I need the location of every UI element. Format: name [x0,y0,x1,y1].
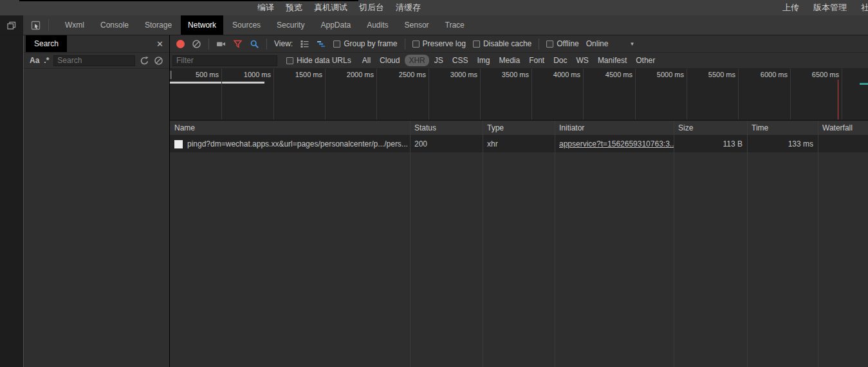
filter-input[interactable] [172,55,277,66]
network-panel: View: Group by frame [169,35,868,367]
menu-compile[interactable]: 编译 [257,2,274,13]
menu-version-management[interactable]: 版本管理 [813,2,847,13]
filter-type-img[interactable]: Img [473,55,494,66]
column-header-name[interactable]: Name [170,123,410,132]
filter-type-all[interactable]: All [358,55,374,66]
offline-label: Offline [557,39,578,48]
screenshot-camera-icon[interactable] [216,39,226,49]
request-overview-bar [860,83,868,85]
column-separator[interactable] [674,121,674,367]
timeline-tick-label: 6500 ms [800,71,839,78]
column-header-status[interactable]: Status [410,123,483,132]
column-header-time[interactable]: Time [747,123,818,132]
match-case-toggle[interactable]: Aa [30,56,39,65]
menu-real-device-debug[interactable]: 真机调试 [314,2,347,13]
tab-appdata[interactable]: AppData [313,15,358,35]
tab-sensor[interactable]: Sensor [398,15,436,35]
refresh-icon[interactable] [140,56,149,66]
record-button[interactable] [176,40,185,48]
checkbox-box[interactable] [333,40,340,48]
overview-window-bar[interactable] [170,82,264,84]
overview-handle[interactable] [170,71,172,79]
regex-toggle[interactable]: .* [44,56,49,65]
devtools-tabs: WxmlConsoleStorageNetworkSourcesSecurity… [58,15,474,35]
left-sidebar [0,35,23,367]
tab-sources[interactable]: Sources [225,15,268,35]
filter-type-js[interactable]: JS [430,55,447,66]
timeline-gridline [687,69,687,120]
menu-clear-cache[interactable]: 清缓存 [396,2,421,13]
search-tab[interactable]: Search [26,35,67,52]
filter-type-media[interactable]: Media [495,55,524,66]
clear-icon[interactable] [154,56,163,66]
column-header-size[interactable]: Size [674,123,747,132]
group-by-frame-label: Group by frame [344,39,397,48]
initiator-link[interactable]: appservice?t=1562659310763:3... [559,139,674,148]
clear-requests-icon[interactable] [192,39,201,49]
chevron-down-icon[interactable]: ▼ [629,41,634,47]
filter-funnel-icon[interactable] [233,39,243,49]
preserve-log-checkbox[interactable]: Preserve log [412,39,466,48]
network-overview[interactable]: 500 ms1000 ms1500 ms2000 ms2500 ms3000 m… [170,69,868,121]
device-toolbar-area [0,15,23,35]
column-header-waterfall[interactable]: Waterfall [818,123,868,132]
checkbox-box[interactable] [412,40,420,48]
tab-trace[interactable]: Trace [438,15,472,35]
search-icon[interactable] [250,39,259,49]
timeline-tick-label: 6000 ms [749,71,788,78]
filter-type-css[interactable]: CSS [448,55,472,66]
search-input[interactable] [53,55,135,66]
filter-type-font[interactable]: Font [525,55,548,66]
filter-type-other[interactable]: Other [632,55,659,66]
inspect-element-icon[interactable] [31,21,41,30]
throttling-select[interactable]: Online [586,39,609,48]
timeline-gridline [325,69,326,120]
filter-type-ws[interactable]: WS [573,55,593,66]
tab-wxml[interactable]: Wxml [58,15,91,35]
network-filter-bar: Hide data URLs AllCloudXHRJSCSSImgMediaF… [170,53,868,69]
offline-checkbox[interactable]: Offline [546,39,578,48]
tab-storage[interactable]: Storage [138,15,179,35]
disable-cache-checkbox[interactable]: Disable cache [473,39,531,48]
column-header-type[interactable]: Type [483,123,555,132]
tab-security[interactable]: Security [270,15,311,35]
filter-type-cloud[interactable]: Cloud [376,55,403,66]
disable-cache-label: Disable cache [483,39,531,48]
devtools-tabbar: WxmlConsoleStorageNetworkSourcesSecurity… [0,15,868,35]
menu-upload[interactable]: 上传 [782,2,799,13]
tab-console[interactable]: Console [93,15,136,35]
devtools-tabs-strip: WxmlConsoleStorageNetworkSourcesSecurity… [23,15,868,35]
menu-switch-background[interactable]: 切后台 [359,2,384,13]
filter-type-xhr[interactable]: XHR [405,55,429,66]
toggle-device-toolbar-icon[interactable] [6,21,17,30]
tab-audits[interactable]: Audits [360,15,395,35]
group-by-frame-checkbox[interactable]: Group by frame [333,39,397,48]
column-separator[interactable] [483,121,483,367]
column-separator[interactable] [555,121,555,367]
filter-type-manifest[interactable]: Manifest [594,55,631,66]
tab-network[interactable]: Network [181,15,223,35]
toolbar-separator [539,39,539,49]
column-separator[interactable] [818,121,818,367]
menu-community[interactable]: 社 [861,2,868,13]
menu-preview[interactable]: 预览 [286,2,302,13]
column-header-initiator[interactable]: Initiator [555,123,674,132]
preserve-log-label: Preserve log [423,39,466,48]
network-request-row[interactable]: pingd?dm=wechat.apps.xx&url=pages/person… [170,136,868,152]
column-separator[interactable] [410,121,411,367]
timeline-gridline [790,69,791,120]
hide-data-urls-checkbox[interactable]: Hide data URLs [286,56,351,65]
filter-type-doc[interactable]: Doc [549,55,571,66]
hide-data-urls-label: Hide data URLs [297,56,351,65]
checkbox-box[interactable] [473,40,480,48]
timeline-gridline [376,69,377,120]
checkbox-box[interactable] [286,57,293,64]
search-panel: Search ✕ Aa .* [23,35,169,367]
column-separator[interactable] [747,121,748,367]
checkbox-box[interactable] [546,40,553,48]
list-view-icon[interactable] [300,39,309,49]
request-type-cell: xhr [483,139,555,148]
timeline-gridline [273,69,274,120]
waterfall-view-icon[interactable] [317,39,326,49]
close-icon[interactable]: ✕ [156,39,163,49]
